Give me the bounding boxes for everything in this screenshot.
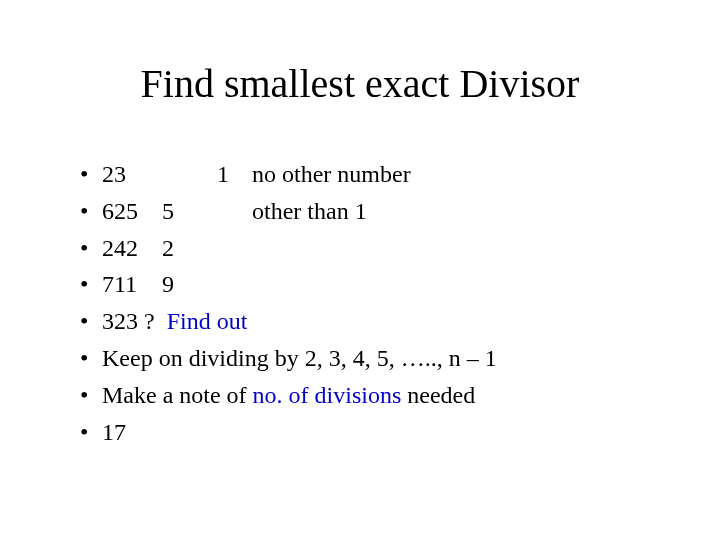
value-note: no other number [252,157,411,192]
bullet-content: 6255other than 1 [102,194,367,229]
value-note: other than 1 [252,194,367,229]
value-divisor: 9 [162,267,252,302]
bullet-content: Make a note of no. of divisions needed [102,378,475,413]
text-highlight: no. of divisions [253,382,402,408]
bullet-content: 2422 [102,231,252,266]
bullet-icon: • [80,415,102,450]
value-text: 323 ? [102,308,167,334]
list-item: • Keep on dividing by 2, 3, 4, 5, ….., n… [80,341,670,376]
value-number: 711 [102,267,162,302]
bullet-content: 323 ? Find out [102,304,247,339]
bullet-content: 231no other number [102,157,411,192]
bullet-content: Keep on dividing by 2, 3, 4, 5, ….., n –… [102,341,497,376]
bullet-content: 17 [102,415,126,450]
value-divisor: 5 [162,194,252,229]
list-item: • 7119 [80,267,670,302]
value-number: 23 [102,157,162,192]
find-out-link[interactable]: Find out [167,308,248,334]
bullet-content: 7119 [102,267,252,302]
list-item: • 323 ? Find out [80,304,670,339]
text-prefix: Make a note of [102,382,253,408]
value-divisor: 1 [162,157,252,192]
text-suffix: needed [401,382,475,408]
list-item: • 17 [80,415,670,450]
bullet-icon: • [80,194,102,229]
list-item: • 2422 [80,231,670,266]
list-item: • 231no other number [80,157,670,192]
bullet-list: • 231no other number • 6255other than 1 … [50,157,670,449]
value-number: 625 [102,194,162,229]
list-item: • Make a note of no. of divisions needed [80,378,670,413]
list-item: • 6255other than 1 [80,194,670,229]
value-number: 242 [102,231,162,266]
bullet-icon: • [80,267,102,302]
bullet-icon: • [80,231,102,266]
bullet-icon: • [80,341,102,376]
bullet-icon: • [80,378,102,413]
value-divisor: 2 [162,231,252,266]
bullet-icon: • [80,304,102,339]
slide-title: Find smallest exact Divisor [50,60,670,107]
bullet-icon: • [80,157,102,192]
